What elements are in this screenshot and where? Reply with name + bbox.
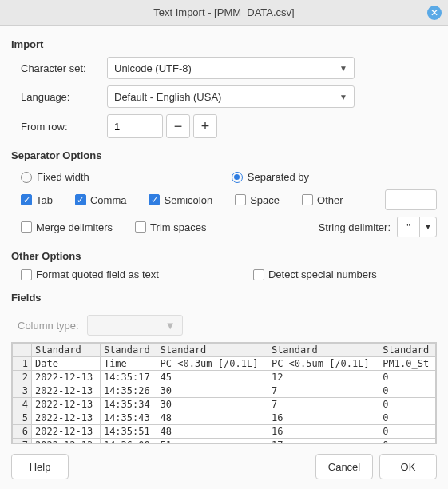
checkbox-format-quoted[interactable]: Format quoted field as text bbox=[21, 268, 159, 280]
string-delimiter-label: String delimiter: bbox=[319, 221, 391, 233]
close-icon[interactable]: ✕ bbox=[427, 6, 442, 20]
check-icon bbox=[135, 221, 146, 233]
chevron-down-icon: ▼ bbox=[165, 320, 176, 332]
cell[interactable]: Time bbox=[100, 357, 157, 371]
section-import: Import bbox=[11, 38, 437, 50]
cell[interactable]: 51 bbox=[157, 439, 268, 445]
column-type-header[interactable]: Standard bbox=[32, 344, 101, 357]
increment-button[interactable]: + bbox=[193, 114, 217, 138]
cell[interactable]: 16 bbox=[268, 411, 379, 425]
cell[interactable]: 0 bbox=[379, 371, 436, 384]
table-row[interactable]: 62022-12-1314:35:5148160 bbox=[13, 425, 436, 439]
check-icon bbox=[302, 194, 313, 205]
checkbox-tab[interactable]: Tab bbox=[21, 194, 53, 206]
cell[interactable]: 0 bbox=[379, 411, 436, 425]
check-icon bbox=[21, 194, 32, 205]
cell[interactable]: PM1.0_St bbox=[379, 357, 436, 371]
cell[interactable]: 48 bbox=[157, 425, 268, 439]
titlebar: Text Import - [PMM_DATA.csv] ✕ bbox=[0, 0, 448, 26]
cell[interactable]: 0 bbox=[379, 439, 436, 445]
cell[interactable]: 14:36:00 bbox=[100, 439, 157, 445]
cell[interactable]: 30 bbox=[157, 398, 268, 411]
cell[interactable]: 2022-12-13 bbox=[32, 371, 101, 384]
cell[interactable]: 14:35:43 bbox=[100, 411, 157, 425]
chevron-down-icon: ▼ bbox=[339, 93, 347, 101]
table-row[interactable]: 72022-12-1314:36:0051170 bbox=[13, 439, 436, 445]
cell[interactable]: 30 bbox=[157, 384, 268, 398]
cell[interactable]: 0 bbox=[379, 425, 436, 439]
other-separator-input[interactable] bbox=[385, 189, 437, 210]
table-row[interactable]: 42022-12-1314:35:343070 bbox=[13, 398, 436, 411]
radio-fixed-width[interactable]: Fixed width bbox=[21, 171, 89, 183]
column-type-header[interactable]: Standard bbox=[157, 344, 268, 357]
cell[interactable]: PC <0.3um [/0.1L] bbox=[157, 357, 268, 371]
decrement-button[interactable]: − bbox=[166, 114, 190, 138]
cell[interactable]: PC <0.5um [/0.1L] bbox=[268, 357, 379, 371]
cell[interactable]: 14:35:26 bbox=[100, 384, 157, 398]
charset-value: Unicode (UTF-8) bbox=[114, 62, 192, 74]
column-type-header[interactable]: Standard bbox=[379, 344, 436, 357]
cancel-button[interactable]: Cancel bbox=[315, 454, 373, 479]
check-icon bbox=[21, 221, 32, 233]
column-type-header[interactable]: Standard bbox=[100, 344, 157, 357]
ok-button[interactable]: OK bbox=[379, 454, 437, 479]
language-value: Default - English (USA) bbox=[114, 91, 221, 103]
table-row[interactable]: 22022-12-1314:35:1745120 bbox=[13, 371, 436, 384]
checkbox-other[interactable]: Other bbox=[302, 194, 343, 206]
check-icon bbox=[253, 269, 264, 280]
chevron-down-icon: ▼ bbox=[339, 64, 347, 73]
chevron-down-icon[interactable]: ▼ bbox=[419, 217, 437, 237]
cell[interactable]: 14:35:34 bbox=[100, 398, 157, 411]
cell[interactable]: 0 bbox=[379, 384, 436, 398]
checkbox-semicolon[interactable]: Semicolon bbox=[149, 194, 212, 206]
cell[interactable]: 2022-12-13 bbox=[32, 411, 101, 425]
table-row[interactable]: 1DateTimePC <0.3um [/0.1L]PC <0.5um [/0.… bbox=[13, 357, 436, 371]
checkbox-comma[interactable]: Comma bbox=[75, 194, 127, 206]
cell[interactable]: 16 bbox=[268, 425, 379, 439]
checkbox-detect-special[interactable]: Detect special numbers bbox=[253, 268, 377, 280]
column-type-header[interactable]: Standard bbox=[268, 344, 379, 357]
radio-separated-by[interactable]: Separated by bbox=[232, 171, 309, 183]
radio-icon bbox=[21, 172, 32, 183]
cell[interactable]: 2022-12-13 bbox=[32, 439, 101, 445]
row-number: 2 bbox=[13, 371, 32, 384]
column-type-dropdown[interactable]: ▼ bbox=[87, 315, 183, 336]
check-icon bbox=[21, 269, 32, 280]
checkbox-space[interactable]: Space bbox=[235, 194, 280, 206]
string-delimiter-combo[interactable]: " ▼ bbox=[397, 217, 437, 237]
table-row[interactable]: 52022-12-1314:35:4348160 bbox=[13, 411, 436, 425]
cell[interactable]: 2022-12-13 bbox=[32, 384, 101, 398]
cell[interactable]: 45 bbox=[157, 371, 268, 384]
section-fields: Fields bbox=[11, 292, 437, 304]
charset-dropdown[interactable]: Unicode (UTF-8) ▼ bbox=[107, 57, 355, 79]
help-button[interactable]: Help bbox=[11, 454, 69, 479]
language-label: Language: bbox=[11, 91, 107, 103]
cell[interactable]: Date bbox=[32, 357, 101, 371]
cell[interactable]: 12 bbox=[268, 371, 379, 384]
row-number: 4 bbox=[13, 398, 32, 411]
cell[interactable]: 7 bbox=[268, 398, 379, 411]
section-other: Other Options bbox=[11, 250, 437, 262]
fromrow-input[interactable] bbox=[107, 114, 163, 138]
radio-icon bbox=[232, 172, 243, 183]
cell[interactable]: 14:35:51 bbox=[100, 425, 157, 439]
cell[interactable]: 2022-12-13 bbox=[32, 398, 101, 411]
radio-separated-label: Separated by bbox=[248, 171, 309, 183]
window-title: Text Import - [PMM_DATA.csv] bbox=[153, 6, 294, 18]
charset-label: Character set: bbox=[11, 62, 107, 74]
row-number: 7 bbox=[13, 439, 32, 445]
row-number: 5 bbox=[13, 411, 32, 425]
cell[interactable]: 17 bbox=[268, 439, 379, 445]
cell[interactable]: 14:35:17 bbox=[100, 371, 157, 384]
cell[interactable]: 48 bbox=[157, 411, 268, 425]
cell[interactable]: 0 bbox=[379, 398, 436, 411]
cell[interactable]: 7 bbox=[268, 384, 379, 398]
preview-table[interactable]: StandardStandardStandardStandardStandard… bbox=[11, 342, 437, 444]
checkbox-merge-delimiters[interactable]: Merge delimiters bbox=[21, 221, 113, 233]
check-icon bbox=[235, 194, 246, 205]
cell[interactable]: 2022-12-13 bbox=[32, 425, 101, 439]
checkbox-trim-spaces[interactable]: Trim spaces bbox=[135, 221, 206, 233]
check-icon bbox=[75, 194, 86, 205]
table-row[interactable]: 32022-12-1314:35:263070 bbox=[13, 384, 436, 398]
language-dropdown[interactable]: Default - English (USA) ▼ bbox=[107, 85, 355, 108]
